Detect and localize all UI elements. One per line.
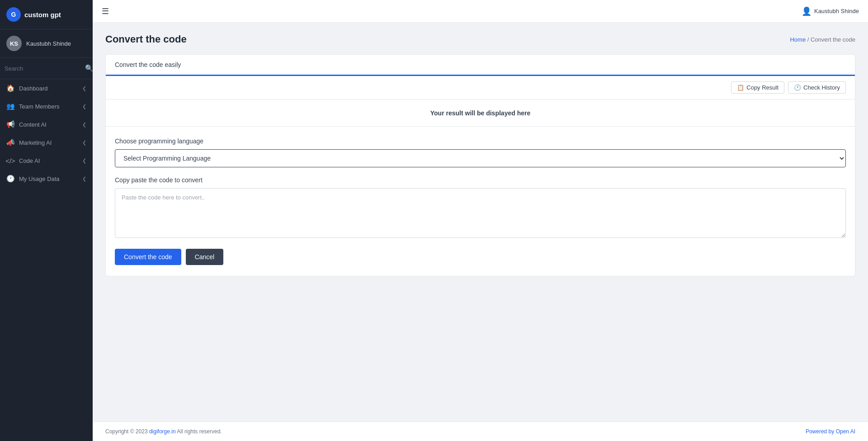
- hamburger-icon[interactable]: ☰: [102, 6, 109, 16]
- sidebar-label-marketing: Marketing AI: [19, 139, 52, 146]
- sidebar-label-usage: My Usage Data: [19, 175, 60, 182]
- sidebar-item-code-ai[interactable]: </> Code AI ❮: [0, 152, 93, 170]
- code-icon: </>: [6, 156, 14, 165]
- code-label: Copy paste the code to convert: [115, 176, 846, 184]
- marketing-icon: 📣: [6, 138, 14, 147]
- result-display: Your result will be displayed here: [106, 100, 855, 127]
- result-placeholder-text: Your result will be displayed here: [430, 109, 530, 117]
- convert-button[interactable]: Convert the code: [115, 249, 181, 265]
- logo-icon: G: [6, 7, 21, 22]
- code-textarea[interactable]: [115, 188, 846, 238]
- cancel-button[interactable]: Cancel: [186, 249, 224, 265]
- language-label: Choose programming language: [115, 138, 846, 145]
- chevron-icon-5: ❮: [82, 158, 86, 164]
- page-title: Convert the code: [105, 33, 187, 45]
- sidebar: G custom gpt KS Kaustubh Shinde 🔍 🏠 Dash…: [0, 0, 93, 441]
- card-header: Convert the code easily: [106, 55, 855, 76]
- sidebar-nav: 🏠 Dashboard ❮ 👥 Team Members ❮ 📢 Content…: [0, 79, 93, 188]
- footer-rights: All rights reserved.: [176, 428, 222, 435]
- footer: Copyright © 2023 digiforge.in All rights…: [93, 422, 868, 441]
- topbar: ☰ 👤 Kaustubh Shinde: [93, 0, 868, 23]
- copy-result-label: Copy Result: [746, 84, 778, 91]
- page-header: Convert the code Home / Convert the code: [105, 33, 855, 45]
- sidebar-user-section: KS Kaustubh Shinde: [0, 29, 93, 58]
- sidebar-label-team: Team Members: [19, 103, 60, 110]
- copy-result-button[interactable]: 📋 Copy Result: [731, 81, 784, 94]
- copyright-text: Copyright © 2023: [105, 428, 149, 435]
- page-content: Convert the code Home / Convert the code…: [93, 23, 868, 422]
- chevron-icon-3: ❮: [82, 122, 86, 128]
- search-button[interactable]: 🔍: [83, 63, 93, 73]
- logo-text: custom gpt: [24, 11, 61, 19]
- powered-by-text: Powered by: [806, 428, 836, 435]
- content-icon: 📢: [6, 120, 14, 128]
- avatar: KS: [6, 36, 22, 51]
- team-icon: 👥: [6, 102, 14, 110]
- history-icon: 🕐: [794, 84, 801, 91]
- sidebar-logo: G custom gpt: [0, 0, 93, 29]
- search-input[interactable]: [5, 65, 80, 72]
- topbar-user: 👤 Kaustubh Shinde: [802, 6, 859, 16]
- footer-copyright: Copyright © 2023 digiforge.in All rights…: [105, 428, 222, 435]
- sidebar-label-dashboard: Dashboard: [19, 85, 48, 92]
- check-history-button[interactable]: 🕐 Check History: [788, 81, 846, 94]
- footer-powered: Powered by Open AI: [806, 428, 855, 435]
- sidebar-item-content-ai[interactable]: 📢 Content AI ❮: [0, 115, 93, 133]
- form-section: Choose programming language Select Progr…: [106, 127, 855, 276]
- breadcrumb-current: Convert the code: [811, 36, 855, 43]
- sidebar-item-team-members[interactable]: 👥 Team Members ❮: [0, 97, 93, 115]
- breadcrumb-home[interactable]: Home: [790, 36, 806, 43]
- powered-brand: Open AI: [836, 428, 855, 435]
- check-history-label: Check History: [803, 84, 840, 91]
- sidebar-label-code: Code AI: [19, 157, 40, 164]
- sidebar-username: Kaustubh Shinde: [26, 40, 71, 47]
- chevron-icon-4: ❮: [82, 140, 86, 146]
- sidebar-label-content: Content AI: [19, 121, 47, 128]
- sidebar-item-marketing-ai[interactable]: 📣 Marketing AI ❮: [0, 133, 93, 152]
- copy-icon: 📋: [737, 84, 744, 91]
- language-select[interactable]: Select Programming LanguagePythonJavaScr…: [115, 149, 846, 167]
- form-actions: Convert the code Cancel: [115, 249, 846, 265]
- sidebar-item-usage[interactable]: 🕐 My Usage Data ❮: [0, 170, 93, 188]
- result-bar: 📋 Copy Result 🕐 Check History: [106, 76, 855, 100]
- chevron-icon-6: ❮: [82, 176, 86, 182]
- footer-brand-link[interactable]: digiforge.in: [149, 428, 176, 435]
- topbar-username: Kaustubh Shinde: [814, 8, 859, 14]
- dashboard-icon: 🏠: [6, 84, 14, 92]
- chevron-icon-2: ❮: [82, 104, 86, 109]
- usage-icon: 🕐: [6, 175, 14, 183]
- chevron-icon: ❮: [82, 85, 86, 91]
- breadcrumb: Home / Convert the code: [790, 36, 855, 43]
- breadcrumb-separator: /: [807, 36, 811, 43]
- open-ai-label: Open AI: [836, 428, 855, 435]
- main-content: ☰ 👤 Kaustubh Shinde Convert the code Hom…: [93, 0, 868, 441]
- sidebar-search: 🔍: [0, 58, 93, 79]
- main-card: Convert the code easily 📋 Copy Result 🕐 …: [105, 54, 855, 276]
- user-icon: 👤: [802, 6, 811, 16]
- sidebar-item-dashboard[interactable]: 🏠 Dashboard ❮: [0, 79, 93, 97]
